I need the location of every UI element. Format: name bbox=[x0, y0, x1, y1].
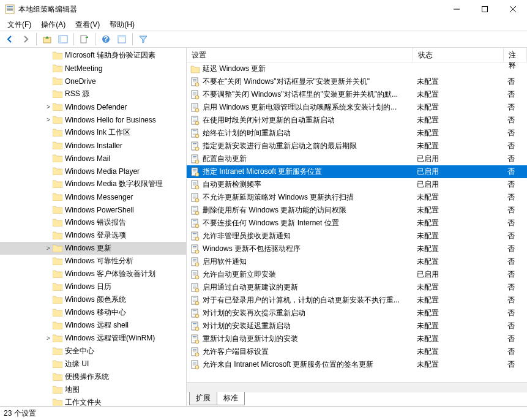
tree-item[interactable]: Windows 错误报告 bbox=[0, 216, 186, 229]
svg-rect-72 bbox=[193, 195, 196, 195]
tree-item[interactable]: Windows Messenger bbox=[0, 190, 186, 203]
tree-item[interactable]: Windows Media 数字权限管理 bbox=[0, 178, 186, 190]
list-row[interactable]: 启用 Windows 更新电源管理以自动唤醒系统来安装计划的...未配置否 bbox=[187, 101, 527, 114]
list-row[interactable]: 在使用时段关闭针对更新的自动重新启动未配置否 bbox=[187, 114, 527, 127]
svg-rect-20 bbox=[193, 81, 196, 82]
setting-label: 在使用时段关闭针对更新的自动重新启动 bbox=[203, 115, 335, 126]
tree-item[interactable]: 工作文件夹 bbox=[0, 396, 186, 406]
list-row[interactable]: 对计划的安装再次提示重新启动未配置否 bbox=[187, 307, 527, 320]
tree-item[interactable]: Windows 移动中心 bbox=[0, 306, 186, 319]
list-row[interactable]: 延迟 Windows 更新 bbox=[187, 62, 527, 75]
folder-icon bbox=[53, 347, 62, 355]
tree-item[interactable]: >Windows 远程管理(WinRM) bbox=[0, 332, 186, 345]
list-row[interactable]: 对计划的安装延迟重新启动未配置否 bbox=[187, 320, 527, 332]
show-hide-tree-button[interactable] bbox=[56, 32, 70, 47]
list-row[interactable]: 允许非管理员接收更新通知未配置否 bbox=[187, 230, 527, 242]
policy-icon bbox=[190, 206, 200, 216]
list-row[interactable]: 启用通过自动更新建议的更新未配置否 bbox=[187, 281, 527, 294]
tree-scroll[interactable]: Microsoft 辅助身份验证因素NetMeetingOneDriveRSS … bbox=[0, 48, 186, 406]
svg-rect-139 bbox=[193, 337, 196, 338]
svg-rect-42 bbox=[193, 130, 196, 131]
list-row[interactable]: 允许客户端目标设置未配置否 bbox=[187, 345, 527, 358]
tree-pane: Microsoft 辅助身份验证因素NetMeetingOneDriveRSS … bbox=[0, 48, 187, 406]
policy-icon bbox=[190, 270, 200, 280]
list-row[interactable]: Windows 更新不包括驱动程序未配置否 bbox=[187, 242, 527, 255]
tab-standard[interactable]: 标准 bbox=[217, 392, 245, 405]
close-button[interactable] bbox=[499, 0, 527, 18]
list-row[interactable]: 不允许更新延期策略对 Windows 更新执行扫描未配置否 bbox=[187, 191, 527, 204]
folder-icon bbox=[53, 193, 62, 201]
tree-item[interactable]: >Windows Defender bbox=[0, 100, 186, 113]
tree-item[interactable]: Windows Installer bbox=[0, 139, 186, 152]
state-cell: 未配置 bbox=[413, 308, 504, 318]
list-body[interactable]: 延迟 Windows 更新不要在"关闭 Windows"对话框显示"安装更新并关… bbox=[187, 62, 527, 382]
tab-extended[interactable]: 扩展 bbox=[189, 392, 217, 405]
up-button[interactable] bbox=[40, 32, 54, 47]
comment-cell: 否 bbox=[504, 347, 527, 357]
svg-rect-109 bbox=[193, 273, 196, 274]
tree-item[interactable]: Windows 颜色系统 bbox=[0, 293, 186, 306]
svg-rect-138 bbox=[193, 336, 196, 337]
list-row[interactable]: 不要在"关闭 Windows"对话框显示"安装更新并关机"未配置否 bbox=[187, 75, 527, 88]
tree-item[interactable]: RSS 源 bbox=[0, 88, 186, 100]
tree-item[interactable]: NetMeeting bbox=[0, 62, 186, 75]
column-comment[interactable]: 注释 bbox=[504, 48, 527, 62]
tree-item[interactable]: Windows 登录选项 bbox=[0, 229, 186, 242]
help-button[interactable]: ? bbox=[99, 32, 113, 47]
tree-item-label: Windows 移动中心 bbox=[65, 307, 126, 318]
tree-item[interactable]: Windows 客户体验改善计划 bbox=[0, 268, 186, 280]
minimize-button[interactable] bbox=[443, 0, 471, 18]
tree-item[interactable]: 便携操作系统 bbox=[0, 370, 186, 383]
tree-item[interactable]: Windows 可靠性分析 bbox=[0, 255, 186, 268]
filter-button[interactable] bbox=[136, 32, 151, 47]
list-row[interactable]: 不要连接任何 Windows 更新 Internet 位置未配置否 bbox=[187, 217, 527, 230]
list-row[interactable]: 始终在计划的时间重新启动未配置否 bbox=[187, 127, 527, 140]
tree-item[interactable]: Windows PowerShell bbox=[0, 203, 186, 216]
state-cell: 未配置 bbox=[413, 218, 504, 228]
list-row[interactable]: 不要调整"关闭 Windows"对话框里的"安装更新并关机"的默...未配置否 bbox=[187, 88, 527, 101]
list-row[interactable]: 自动更新检测频率已启用否 bbox=[187, 178, 527, 191]
list-row[interactable]: 配置自动更新已启用否 bbox=[187, 152, 527, 165]
tree-item[interactable]: 地图 bbox=[0, 383, 186, 396]
expander-icon[interactable]: > bbox=[44, 116, 53, 123]
column-state[interactable]: 状态 bbox=[413, 48, 504, 62]
svg-rect-38 bbox=[193, 120, 196, 121]
properties-button[interactable] bbox=[114, 32, 129, 47]
list-row[interactable]: 指定更新安装进行自动重新启动之前的最后期限未配置否 bbox=[187, 140, 527, 152]
svg-rect-97 bbox=[193, 247, 196, 248]
tree-item[interactable]: Windows Media Player bbox=[0, 165, 186, 178]
list-row[interactable]: 允许来自 Intranet Microsoft 更新服务位置的签名更新未配置否 bbox=[187, 358, 527, 371]
list-row[interactable]: 重新计划自动更新计划的安装未配置否 bbox=[187, 332, 527, 345]
list-row[interactable]: 指定 Intranet Microsoft 更新服务位置已启用否 bbox=[187, 165, 527, 178]
list-row[interactable]: 删除使用所有 Windows 更新功能的访问权限未配置否 bbox=[187, 204, 527, 217]
forward-button[interactable] bbox=[18, 32, 33, 47]
expander-icon[interactable]: > bbox=[44, 335, 53, 342]
menu-view[interactable]: 查看(V) bbox=[70, 18, 105, 31]
menu-file[interactable]: 文件(F) bbox=[2, 18, 36, 31]
list-row[interactable]: 允许自动更新立即安装已启用否 bbox=[187, 268, 527, 281]
horizontal-scrollbar[interactable] bbox=[187, 382, 527, 392]
expander-icon[interactable]: > bbox=[44, 103, 53, 110]
tree-item[interactable]: 安全中心 bbox=[0, 345, 186, 358]
expander-icon[interactable]: > bbox=[44, 245, 53, 252]
tree-item[interactable]: Microsoft 辅助身份验证因素 bbox=[0, 49, 186, 62]
back-button[interactable] bbox=[2, 32, 17, 47]
tree-item[interactable]: OneDrive bbox=[0, 75, 186, 88]
export-button[interactable] bbox=[77, 32, 92, 47]
tree-item[interactable]: Windows 远程 shell bbox=[0, 319, 186, 332]
column-setting[interactable]: 设置 bbox=[187, 48, 413, 62]
svg-rect-31 bbox=[193, 106, 196, 107]
tree-item[interactable]: Windows Ink 工作区 bbox=[0, 126, 186, 139]
list-row[interactable]: 启用软件通知未配置否 bbox=[187, 255, 527, 268]
tree-item[interactable]: >Windows 更新 bbox=[0, 242, 186, 255]
menu-action[interactable]: 操作(A) bbox=[36, 18, 70, 31]
list-row[interactable]: 对于有已登录用户的计算机，计划的自动更新安装不执行重...未配置否 bbox=[187, 294, 527, 307]
tree-item[interactable]: Windows 日历 bbox=[0, 280, 186, 293]
tree-item[interactable]: >Windows Hello for Business bbox=[0, 113, 186, 126]
maximize-button[interactable] bbox=[471, 0, 499, 18]
tree-item[interactable]: Windows Mail bbox=[0, 152, 186, 165]
tree-item-label: 工作文件夹 bbox=[65, 397, 102, 406]
menu-help[interactable]: 帮助(H) bbox=[105, 18, 140, 31]
tree-item[interactable]: 边缘 UI bbox=[0, 358, 186, 370]
setting-label: 不要调整"关闭 Windows"对话框里的"安装更新并关机"的默... bbox=[203, 89, 398, 100]
